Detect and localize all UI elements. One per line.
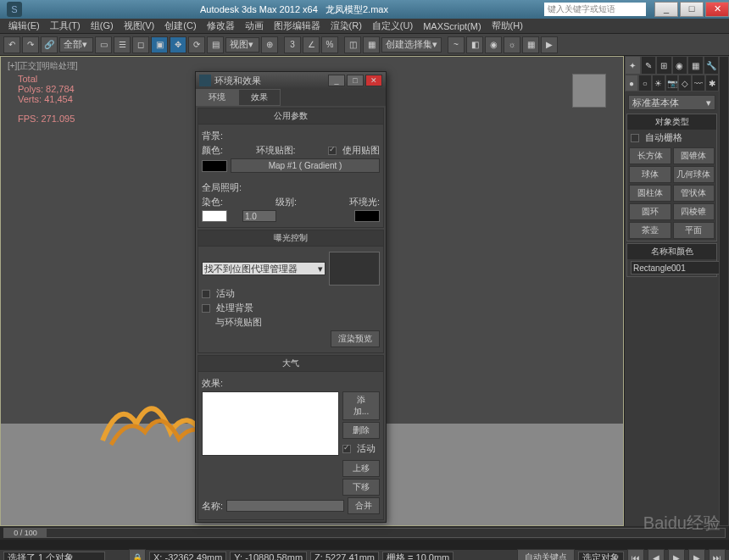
- refcoord-dropdown[interactable]: 视图 ▾: [225, 37, 259, 53]
- atmos-active-checkbox[interactable]: [342, 445, 351, 453]
- exposure-active-checkbox[interactable]: [202, 290, 210, 298]
- shapes-icon[interactable]: ○: [638, 75, 652, 91]
- create-tab-icon[interactable]: ✦: [625, 56, 641, 75]
- track-bar[interactable]: [0, 540, 729, 550]
- process-bg-checkbox[interactable]: [202, 304, 210, 313]
- play-start-icon[interactable]: ⏮: [627, 549, 644, 560]
- select-name-icon[interactable]: ☰: [114, 36, 131, 53]
- menu-modifiers[interactable]: 修改器: [202, 19, 240, 32]
- teapot-button[interactable]: 茶壶: [629, 222, 671, 239]
- align-icon[interactable]: ▦: [363, 36, 380, 53]
- exposure-dropdown[interactable]: 找不到位图代理管理器▾: [202, 262, 326, 275]
- render-frame-icon[interactable]: ▦: [522, 36, 539, 53]
- play-end-icon[interactable]: ⏭: [709, 549, 726, 560]
- pivot-icon[interactable]: ⊕: [261, 36, 278, 53]
- envlight-color-swatch[interactable]: [354, 210, 380, 222]
- menu-customize[interactable]: 自定义(U): [367, 19, 418, 32]
- sphere-button[interactable]: 球体: [629, 166, 671, 183]
- curve-editor-icon[interactable]: ~: [448, 36, 465, 53]
- cameras-icon[interactable]: 📷: [665, 75, 679, 91]
- autogrid-checkbox[interactable]: [631, 134, 639, 142]
- coord-x[interactable]: X: -32362.49mm: [149, 552, 226, 560]
- helpers-icon[interactable]: ◇: [678, 75, 692, 91]
- envmap-button[interactable]: Map #1 ( Gradient ): [231, 158, 380, 173]
- redo-icon[interactable]: ↷: [22, 36, 39, 53]
- box-button[interactable]: 长方体: [629, 147, 671, 164]
- exposure-header[interactable]: 曝光控制: [198, 230, 383, 247]
- minimize-button[interactable]: _: [654, 2, 678, 17]
- atmos-header[interactable]: 大气: [198, 356, 383, 372]
- merge-button[interactable]: 合并: [348, 497, 380, 514]
- render-preview-button[interactable]: 渲染预览: [331, 330, 380, 347]
- autokey-button[interactable]: 自动关键点: [517, 549, 575, 560]
- named-selection-dropdown[interactable]: 创建选择集 ▾: [381, 37, 442, 53]
- modify-tab-icon[interactable]: ✎: [641, 56, 657, 75]
- maximize-button[interactable]: □: [680, 2, 704, 17]
- undo-icon[interactable]: ↶: [3, 36, 20, 53]
- schematic-icon[interactable]: ◧: [466, 36, 483, 53]
- snap-icon[interactable]: 3: [284, 36, 301, 53]
- object-type-header[interactable]: 对象类型: [627, 114, 716, 130]
- help-search-input[interactable]: 键入关键字或短语: [544, 3, 646, 16]
- coord-z[interactable]: Z: 5227.41mm: [310, 552, 379, 560]
- display-tab-icon[interactable]: ▦: [687, 56, 704, 75]
- geosphere-button[interactable]: 几何球体: [673, 166, 715, 183]
- menu-help[interactable]: 帮助(H): [487, 19, 528, 32]
- close-button[interactable]: ✕: [705, 2, 729, 17]
- selection-filter-dropdown[interactable]: 全部 ▾: [59, 37, 93, 53]
- cylinder-button[interactable]: 圆柱体: [629, 185, 671, 202]
- render-production-icon[interactable]: ▶: [541, 36, 558, 53]
- delete-effect-button[interactable]: 删除: [342, 422, 380, 439]
- time-slider[interactable]: 0 / 100: [0, 526, 729, 540]
- dialog-minimize-button[interactable]: _: [328, 75, 345, 86]
- dialog-titlebar[interactable]: 环境和效果 _ □ ✕: [196, 72, 386, 89]
- systems-icon[interactable]: ✱: [705, 75, 719, 91]
- select-rect-icon[interactable]: ◻: [132, 36, 149, 53]
- coord-y[interactable]: Y: -10880.58mm: [230, 552, 307, 560]
- lights-icon[interactable]: ☀: [652, 75, 665, 91]
- space-warps-icon[interactable]: 〰: [692, 75, 705, 91]
- motion-tab-icon[interactable]: ◉: [672, 56, 688, 75]
- select-icon[interactable]: ▭: [95, 36, 112, 53]
- object-name-input[interactable]: [631, 261, 729, 274]
- render-setup-icon[interactable]: ☼: [504, 36, 520, 53]
- lock-icon[interactable]: 🔒: [129, 549, 146, 560]
- link-icon[interactable]: 🔗: [41, 36, 58, 53]
- select-scale-icon[interactable]: ▤: [207, 36, 224, 53]
- env-tab[interactable]: 环境: [196, 89, 238, 106]
- play-next-icon[interactable]: ▶: [688, 549, 705, 560]
- cone-button[interactable]: 圆锥体: [673, 147, 715, 164]
- dialog-maximize-button[interactable]: □: [347, 75, 364, 86]
- bg-color-swatch[interactable]: [202, 160, 227, 172]
- material-editor-icon[interactable]: ◉: [485, 36, 502, 53]
- pyramid-button[interactable]: 四棱锥: [673, 203, 715, 220]
- play-icon[interactable]: ▶: [668, 549, 685, 560]
- viewcube[interactable]: [572, 74, 606, 108]
- menu-view[interactable]: 视图(V): [119, 19, 160, 32]
- plane-button[interactable]: 平面: [673, 222, 715, 239]
- add-effect-button[interactable]: 添加...: [342, 391, 380, 420]
- viewport-label[interactable]: [+][正交][明暗处理]: [8, 60, 78, 72]
- effects-list[interactable]: [202, 391, 339, 456]
- select-rotate-icon[interactable]: ⟳: [188, 36, 205, 53]
- dialog-close-button[interactable]: ✕: [365, 75, 382, 86]
- name-color-header[interactable]: 名称和颜色: [627, 244, 716, 259]
- selected-obj-mode[interactable]: 选定对象: [578, 552, 624, 560]
- tint-color-swatch[interactable]: [202, 210, 227, 222]
- menu-animation[interactable]: 动画: [240, 19, 269, 32]
- angle-snap-icon[interactable]: ∠: [303, 36, 320, 53]
- category-dropdown[interactable]: 标准基本体▾: [628, 95, 715, 110]
- move-down-button[interactable]: 下移: [342, 479, 380, 496]
- mirror-icon[interactable]: ◫: [344, 36, 361, 53]
- torus-button[interactable]: 圆环: [629, 203, 671, 220]
- move-up-button[interactable]: 上移: [342, 460, 380, 477]
- hierarchy-tab-icon[interactable]: ⊞: [656, 56, 672, 75]
- menu-tools[interactable]: 工具(T): [45, 19, 86, 32]
- level-input[interactable]: [242, 210, 276, 222]
- geometry-icon[interactable]: ●: [625, 75, 638, 91]
- time-handle[interactable]: 0 / 100: [4, 529, 47, 537]
- menu-maxscript[interactable]: MAXScript(M): [418, 21, 486, 31]
- select-move-icon[interactable]: ✥: [170, 36, 186, 53]
- atmos-name-input[interactable]: [226, 500, 344, 512]
- utilities-tab-icon[interactable]: 🔧: [704, 56, 720, 75]
